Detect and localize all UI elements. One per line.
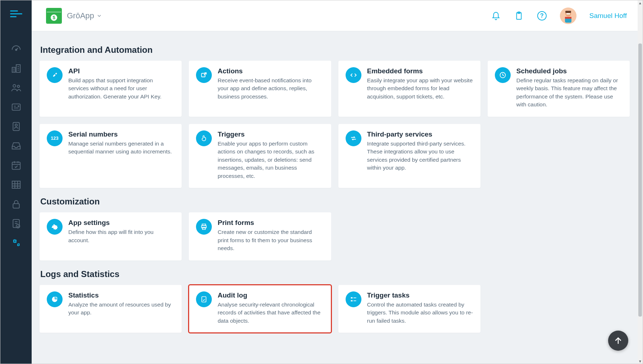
svg-rect-32	[202, 296, 206, 302]
card-title: Print forms	[218, 219, 324, 227]
gears-icon	[11, 238, 22, 248]
bell-icon	[491, 11, 501, 20]
hamburger-icon	[10, 10, 22, 18]
sidebar-item-team[interactable]	[0, 78, 32, 97]
svg-rect-24	[566, 13, 570, 14]
numbers-icon: 123	[47, 130, 63, 146]
svg-rect-1	[10, 13, 22, 14]
sidebar	[0, 0, 32, 364]
card-title: Trigger tasks	[367, 291, 473, 299]
chevron-down-icon	[96, 13, 102, 19]
gauge-icon	[11, 43, 22, 54]
tasks-icon	[346, 291, 361, 307]
card-desc: Manage serial numbers generated in a seq…	[68, 140, 174, 156]
card-third-party[interactable]: Third-party services Integrate supported…	[338, 124, 480, 188]
section-title-logs: Logs and Statistics	[40, 269, 630, 279]
svg-rect-8	[12, 104, 20, 110]
pointer-icon	[196, 130, 212, 146]
svg-point-7	[17, 85, 19, 87]
card-embedded-forms[interactable]: Embedded forms Easily integrate your app…	[338, 61, 480, 117]
app-switcher[interactable]: GrōApp	[67, 11, 102, 20]
scroll-thumb[interactable]	[638, 43, 642, 317]
card-title: Audit log	[218, 291, 324, 299]
audit-icon	[196, 291, 212, 307]
svg-rect-33	[351, 297, 352, 298]
card-audit-log[interactable]: Audit log Analyse security-relevant chro…	[189, 285, 331, 333]
card-title: Scheduled jobs	[516, 67, 623, 75]
inbox-icon	[11, 140, 22, 151]
card-title: Serial numbers	[68, 130, 174, 138]
card-triggers[interactable]: Triggers Enable your apps to perform cus…	[189, 124, 331, 188]
svg-rect-2	[10, 16, 17, 17]
card-desc: Create new or customize the standard pri…	[218, 228, 324, 252]
avatar[interactable]	[560, 8, 576, 24]
card-print-forms[interactable]: Print forms Create new or customize the …	[189, 212, 331, 260]
sidebar-item-dashboard[interactable]	[0, 39, 32, 59]
clock-icon	[495, 67, 511, 83]
sidebar-item-settings[interactable]	[0, 233, 32, 253]
avatar-icon	[560, 8, 576, 24]
card-scheduled-jobs[interactable]: Scheduled jobs Define regular tasks repe…	[488, 61, 630, 117]
card-api[interactable]: API Build apps that support integration …	[40, 61, 182, 117]
calendar-icon	[11, 160, 22, 171]
card-title: Embedded forms	[367, 67, 473, 75]
card-app-settings[interactable]: App settings Define how this app will fi…	[40, 212, 182, 260]
card-actions[interactable]: Actions Receive event-based notification…	[189, 61, 331, 117]
app-name-label: GrōApp	[67, 11, 94, 20]
svg-rect-26	[565, 17, 571, 19]
scrollbar[interactable]: ▲ ▼	[638, 0, 643, 364]
sidebar-item-calendar[interactable]	[0, 156, 32, 175]
svg-point-6	[13, 84, 16, 87]
sidebar-item-lock[interactable]	[0, 194, 32, 214]
card-title: Triggers	[218, 130, 324, 138]
svg-rect-34	[351, 300, 352, 301]
code-icon	[346, 67, 361, 83]
svg-point-9	[18, 106, 19, 107]
svg-point-18	[18, 244, 19, 245]
card-trigger-tasks[interactable]: Trigger tasks Control the automated task…	[338, 285, 480, 333]
svg-point-3	[15, 49, 17, 51]
clipboard-icon	[514, 11, 524, 20]
scroll-down-arrow[interactable]: ▼	[638, 359, 643, 364]
sidebar-item-form[interactable]	[0, 97, 32, 117]
card-desc: Analyse security-relevant chronological …	[218, 301, 324, 325]
print-icon	[196, 219, 212, 235]
card-desc: Define how this app will fit into you ac…	[68, 228, 174, 244]
card-statistics[interactable]: Statistics Analyze the amount of resourc…	[40, 285, 182, 333]
lock-icon	[11, 199, 22, 209]
svg-rect-0	[10, 10, 18, 11]
card-desc: Control the automated tasks created by t…	[367, 301, 473, 325]
arrow-up-icon	[614, 336, 623, 345]
help-button[interactable]: ?	[537, 11, 547, 21]
sidebar-item-buildings[interactable]	[0, 59, 32, 78]
launch-icon	[196, 67, 212, 83]
swap-icon	[346, 130, 361, 146]
help-icon: ?	[537, 11, 547, 20]
card-desc: Analyze the amount of resources used by …	[68, 301, 174, 317]
topbar: $ GrōApp ? Sam	[32, 0, 638, 31]
content: Integration and Automation API Build app…	[32, 31, 638, 359]
svg-rect-14	[13, 204, 19, 208]
contact-icon	[11, 121, 22, 132]
card-title: Third-party services	[367, 130, 473, 138]
sidebar-item-contact[interactable]	[0, 117, 32, 136]
section-title-integration: Integration and Automation	[40, 45, 630, 55]
section-grid-customization: App settings Define how this app will fi…	[40, 212, 630, 260]
menu-toggle-button[interactable]	[9, 7, 23, 21]
card-title: Actions	[218, 67, 324, 75]
sidebar-item-table[interactable]	[0, 175, 32, 194]
sidebar-item-report[interactable]	[0, 214, 32, 233]
svg-rect-27	[202, 73, 205, 77]
card-serial-numbers[interactable]: 123 Serial numbers Manage serial numbers…	[40, 124, 182, 188]
card-title: App settings	[68, 219, 174, 227]
table-icon	[11, 179, 22, 190]
scroll-up-arrow[interactable]: ▲	[638, 0, 643, 5]
sidebar-item-inbox[interactable]	[0, 136, 32, 156]
scroll-to-top-button[interactable]	[608, 331, 628, 351]
notifications-button[interactable]	[491, 11, 501, 21]
username[interactable]: Samuel Hoff	[589, 12, 627, 20]
card-desc: Build apps that support integration serv…	[68, 77, 174, 101]
app-icon: $	[46, 8, 62, 24]
clipboard-button[interactable]	[514, 11, 524, 21]
card-desc: Integrate supported third-party services…	[367, 140, 473, 172]
